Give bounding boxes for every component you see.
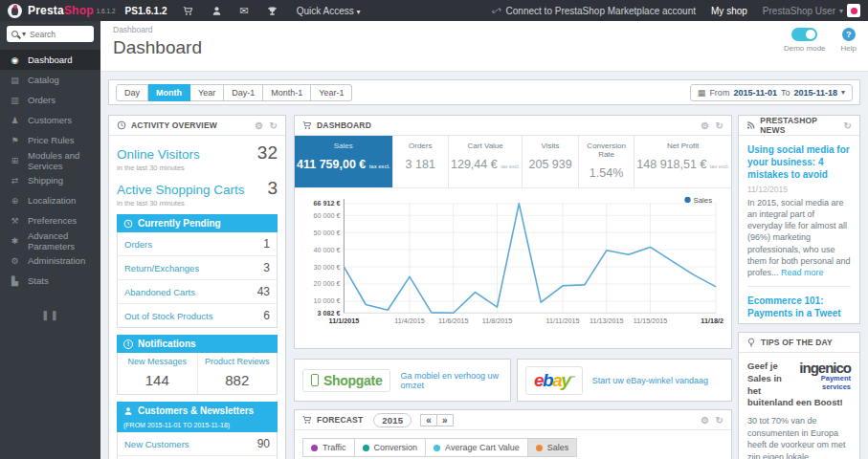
forecast-panel: FORECAST 2015 « » ⚙↻ Traffic Conversion … xyxy=(294,409,732,459)
period-day-button[interactable]: Day xyxy=(116,84,148,101)
demo-mode-toggle[interactable] xyxy=(791,28,817,41)
sidebar-item-administration[interactable]: ⚙Administration xyxy=(0,251,100,271)
sidebar-collapse-button[interactable]: ❚❚ xyxy=(0,310,100,320)
new-customers-link[interactable]: New Customers xyxy=(124,439,189,449)
sidebar-item-stats[interactable]: ▙Stats xyxy=(0,271,100,291)
customer-icon[interactable] xyxy=(211,6,222,16)
ingenico-logo: ingenico Payment services xyxy=(791,361,851,391)
kpi-orders[interactable]: Orders3 181 xyxy=(393,136,450,187)
sidebar-item-shipping[interactable]: ⇄Shipping xyxy=(0,170,100,190)
tab-average-cart-value[interactable]: Average Cart Value xyxy=(426,438,528,457)
messages-icon[interactable]: ✉ xyxy=(240,5,249,17)
returns-link[interactable]: Return/Exchanges xyxy=(124,263,199,273)
panel-settings-icon[interactable]: ⚙ xyxy=(255,120,263,131)
panel-refresh-icon[interactable]: ↻ xyxy=(843,120,852,131)
pending-row: Abandoned Carts43 xyxy=(118,280,277,304)
tab-sales[interactable]: Sales xyxy=(528,438,578,457)
sidebar-item-localization[interactable]: ⊕Localization xyxy=(0,190,100,210)
average-cart-value-dot-icon xyxy=(434,445,440,451)
news-article-title[interactable]: Using social media for your business: 4 … xyxy=(747,143,851,181)
news-article-title[interactable]: Ecommerce 101: Payments in a Tweet xyxy=(747,295,851,319)
shopgate-ad-panel: Shopgate Ga mobiel en verhoog uw omzet xyxy=(294,359,511,402)
sidebar-item-preferences[interactable]: ⚒Preferences xyxy=(0,210,100,230)
cart-icon xyxy=(302,120,312,130)
period-day-1-button[interactable]: Day-1 xyxy=(224,84,263,101)
help-control: ? Help xyxy=(841,28,857,53)
out-of-stock-link[interactable]: Out of Stock Products xyxy=(124,311,212,321)
kpi-conversion-rate[interactable]: Conversion Rate1.54% xyxy=(579,136,635,187)
quick-access-menu[interactable]: Quick Access ▾ xyxy=(297,6,361,16)
marketplace-link[interactable]: Connect to PrestaShop Marketplace accoun… xyxy=(492,6,696,16)
period-month-button[interactable]: Month xyxy=(148,84,190,101)
tab-traffic[interactable]: Traffic xyxy=(302,438,355,457)
sales-dot-icon xyxy=(536,445,543,451)
shopgate-logo: Shopgate xyxy=(302,369,390,392)
forecast-prev-button[interactable]: « xyxy=(420,414,437,426)
sidebar-item-catalog[interactable]: ▤Catalog xyxy=(0,70,100,90)
period-year-1-button[interactable]: Year-1 xyxy=(311,84,352,101)
ebay-link[interactable]: Start uw eBay-winkel vandaag xyxy=(592,376,708,385)
date-range-picker[interactable]: ▦ From 2015-11-01 To 2015-11-18 ▾ xyxy=(690,84,853,101)
sidebar-item-modules-and-services[interactable]: ⊞Modules and Services xyxy=(0,150,100,170)
forecast-tabs: Traffic Conversion Average Cart Value Sa… xyxy=(302,438,723,457)
sidebar-item-price-rules[interactable]: ⚑Price Rules xyxy=(0,130,100,150)
book-icon: ▤ xyxy=(10,76,20,85)
bar-chart-icon: ▙ xyxy=(10,276,20,286)
tab-conversion[interactable]: Conversion xyxy=(355,438,427,457)
online-visitors-link[interactable]: Online Visitors xyxy=(117,147,200,162)
period-month-1-button[interactable]: Month-1 xyxy=(263,84,311,101)
forecast-next-button[interactable]: » xyxy=(437,414,454,426)
svg-text:11/8/2015: 11/8/2015 xyxy=(482,317,512,325)
my-shop-link[interactable]: My shop xyxy=(711,6,747,16)
sidebar-item-advanced-parameters[interactable]: ✱Advanced Parameters xyxy=(0,230,100,251)
calendar-icon: ▦ xyxy=(698,88,706,98)
prestashop-logo[interactable] xyxy=(8,4,22,18)
prestashop-news-panel: PRESTASHOP NEWS ↻ Using social media for… xyxy=(738,115,860,324)
kpi-net-profit[interactable]: Net Profit148 918,51 € tax excl. xyxy=(634,136,731,187)
cart-icon[interactable] xyxy=(183,6,193,16)
search-input[interactable] xyxy=(30,30,89,39)
kpi-sales[interactable]: Sales411 759,00 € tax excl. xyxy=(295,136,393,187)
panel-refresh-icon[interactable]: ↻ xyxy=(269,120,278,131)
gauge-icon: ◉ xyxy=(10,55,20,65)
sidebar-item-dashboard[interactable]: ◉Dashboard xyxy=(0,50,100,70)
product-reviews-link[interactable]: Product Reviews xyxy=(200,357,276,366)
puzzle-icon: ⊞ xyxy=(10,156,20,165)
activity-overview-panel: ACTIVITY OVERVIEW ⚙↻ Online Visitors32 i… xyxy=(108,115,286,459)
top-bar: PrestaShop 1.6.1.2 PS1.6.1.2 ✉ Quick Acc… xyxy=(0,0,868,21)
trophy-icon[interactable] xyxy=(267,6,278,16)
kpi-cart-value[interactable]: Cart Value129,44 € tax excl. xyxy=(449,136,523,187)
wrench-icon: ⚒ xyxy=(10,216,20,226)
chevron-down-icon: ▾ xyxy=(357,8,361,16)
panel-refresh-icon[interactable]: ↻ xyxy=(715,415,723,426)
sidebar-item-customers[interactable]: ♟Customers xyxy=(0,110,100,130)
new-messages-link[interactable]: New Messages xyxy=(120,357,195,366)
read-more-link[interactable]: Read more xyxy=(781,268,824,277)
help-icon[interactable]: ? xyxy=(842,28,856,41)
user-menu[interactable]: PrestaShop User ▾ xyxy=(763,4,860,17)
panel-refresh-icon[interactable]: ↻ xyxy=(715,120,723,131)
orders-link[interactable]: Orders xyxy=(124,239,152,250)
search-scope-caret-icon[interactable]: ▾ xyxy=(22,30,26,38)
svg-text:60 000 €: 60 000 € xyxy=(313,211,340,220)
page-header: Dashboard Dashboard Demo mode ? Help xyxy=(100,21,868,72)
kpi-visits[interactable]: Visits205 939 xyxy=(523,136,579,187)
customers-newsletters-section: Customers & Newsletters(FROM 2015-11-01 … xyxy=(117,402,278,459)
svg-text:11/6/2015: 11/6/2015 xyxy=(438,317,468,325)
date-toolbar: Day Month Year Day-1 Month-1 Year-1 ▦ Fr… xyxy=(108,79,860,105)
sidebar-item-orders[interactable]: ▥Orders xyxy=(0,90,100,110)
breadcrumb[interactable]: Dashboard xyxy=(100,21,868,34)
shop-version-label: PS1.6.1.2 xyxy=(125,6,167,16)
abandoned-carts-link[interactable]: Abandoned Carts xyxy=(124,287,195,297)
shopgate-link[interactable]: Ga mobiel en verhoog uw omzet xyxy=(400,371,502,390)
period-year-button[interactable]: Year xyxy=(190,84,224,101)
tags-icon: ⚑ xyxy=(10,136,20,145)
sidebar: ▾ ◉Dashboard ▤Catalog ▥Orders ♟Customers… xyxy=(0,21,100,459)
page-title: Dashboard xyxy=(100,34,868,58)
active-carts-link[interactable]: Active Shopping Carts xyxy=(117,183,245,197)
panel-settings-icon[interactable]: ⚙ xyxy=(701,415,709,426)
brand-name: PrestaShop xyxy=(28,4,94,17)
user-avatar xyxy=(847,4,860,17)
sidebar-search[interactable]: ▾ xyxy=(7,26,94,42)
panel-settings-icon[interactable]: ⚙ xyxy=(701,120,709,131)
